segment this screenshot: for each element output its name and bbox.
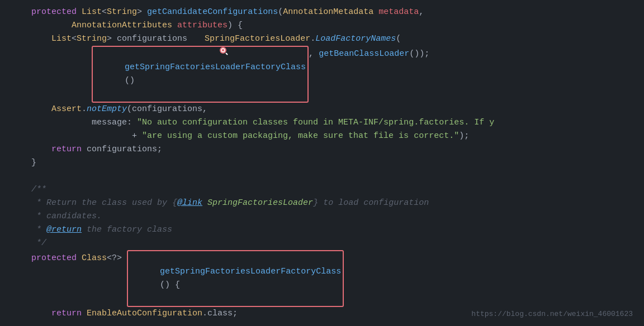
comment-return-text: the factory class (82, 223, 172, 237)
type-list2: List (51, 32, 72, 46)
search-icon (188, 32, 198, 42)
str-message: "No auto configuration classes found in … (137, 116, 494, 130)
watermark: https://blog.csdn.net/weixin_46001623 (471, 309, 633, 320)
param-attributes: attributes (177, 19, 228, 32)
code-line-13: * candidates. (11, 210, 633, 223)
comment-start: /** (31, 183, 46, 196)
comment-return: @return (46, 223, 82, 237)
func-getcandidate: getCandidateConfigurations (147, 6, 278, 19)
comment-to: to load configuration (323, 196, 429, 210)
method-loadfactorynames: LoadFactoryNames (315, 32, 396, 46)
keyword-return: return (51, 143, 82, 156)
code-line-11: /** (11, 183, 633, 196)
comment-line1c: } (313, 196, 323, 210)
code-line-15: */ (11, 237, 633, 250)
type-springfactories: SpringFactoriesLoader (205, 32, 310, 46)
code-line-9: } (11, 156, 633, 170)
code-line-6: message: "No auto configuration classes … (11, 116, 633, 130)
keyword-protected: protected (31, 6, 77, 19)
code-viewer: protected List < String > getCandidateCo… (0, 0, 644, 326)
code-line-7: + "are using a custom packaging, make su… (11, 130, 633, 143)
func-getspringfactories: getSpringFactoriesLoaderFactoryClass (125, 63, 306, 72)
type-annotation: AnnotationMetadata (283, 6, 373, 19)
comment-link: @link (177, 196, 202, 210)
comment-return-tag: * (36, 223, 46, 237)
type-class: Class (82, 252, 107, 265)
code-line-5: Assert . notEmpty (configurations, (11, 103, 633, 116)
type-string2: String (77, 32, 107, 46)
code-line-2: AnnotationAttributes attributes ) { (11, 19, 633, 32)
type-list: List (82, 6, 102, 19)
comment-springfactoriesloader: SpringFactoriesLoader (207, 196, 313, 210)
code-line-3: List < String > configurations SpringFac… (11, 32, 633, 46)
method-notempty: notEmpty (87, 103, 127, 116)
code-line-12: * Return the class used by { @link Sprin… (11, 196, 633, 210)
comment-line1b (202, 196, 207, 210)
type-assert: Assert (51, 103, 82, 116)
str-message2: "are using a custom packaging, make sure… (142, 130, 459, 143)
keyword-protected2: protected (31, 252, 77, 265)
code-line-1: protected List < String > getCandidateCo… (11, 6, 633, 19)
func-getspringfactories2: getSpringFactoriesLoaderFactoryClass (160, 267, 341, 276)
highlight-getspring: getSpringFactoriesLoaderFactoryClass () (92, 46, 309, 103)
comment-end: */ (36, 237, 46, 250)
param-metadata: metadata (378, 6, 419, 19)
type-enableauto: EnableAutoConfiguration (87, 307, 202, 320)
code-line-4: getSpringFactoriesLoaderFactoryClass () … (11, 46, 633, 103)
indent (11, 6, 31, 19)
code-line-14: * @return the factory class (11, 223, 633, 237)
type-annotationattr: AnnotationAttributes (72, 19, 172, 32)
comment-line2: * candidates. (36, 210, 102, 223)
func-getbeanclassloader: getBeanClassLoader (319, 47, 409, 61)
code-line-8: return configurations; (11, 143, 633, 156)
type-string: String (107, 6, 137, 19)
highlight-getspring2: getSpringFactoriesLoaderFactoryClass () … (127, 250, 344, 307)
code-line-16: protected Class <?> getSpringFactoriesLo… (11, 250, 633, 307)
comment-line1: * Return the class used by { (36, 196, 177, 210)
keyword-return2: return (51, 307, 82, 320)
code-line-10 (11, 170, 633, 183)
